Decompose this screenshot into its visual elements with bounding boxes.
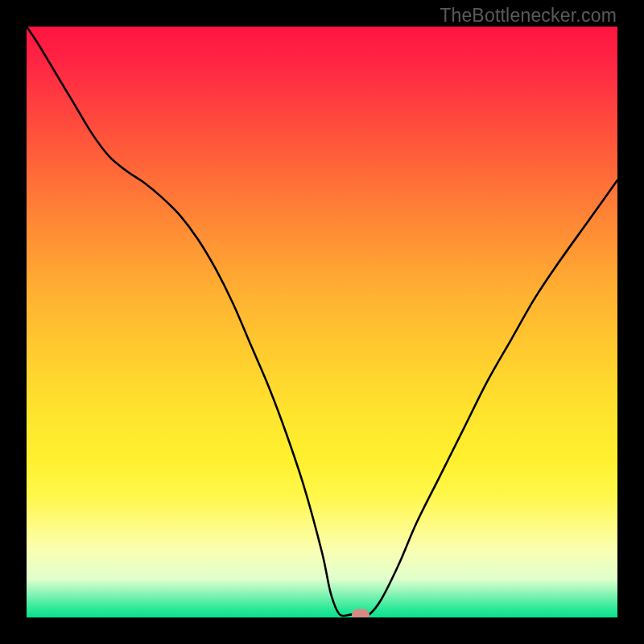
gradient-green-band: [27, 579, 617, 617]
chart-frame: TheBottlenecker.com: [0, 0, 644, 644]
gradient-main: [27, 27, 617, 579]
gradient-background: [27, 27, 617, 617]
optimal-point-marker: [352, 609, 369, 617]
watermark-text: TheBottlenecker.com: [440, 5, 617, 27]
plot-area: [27, 27, 617, 617]
